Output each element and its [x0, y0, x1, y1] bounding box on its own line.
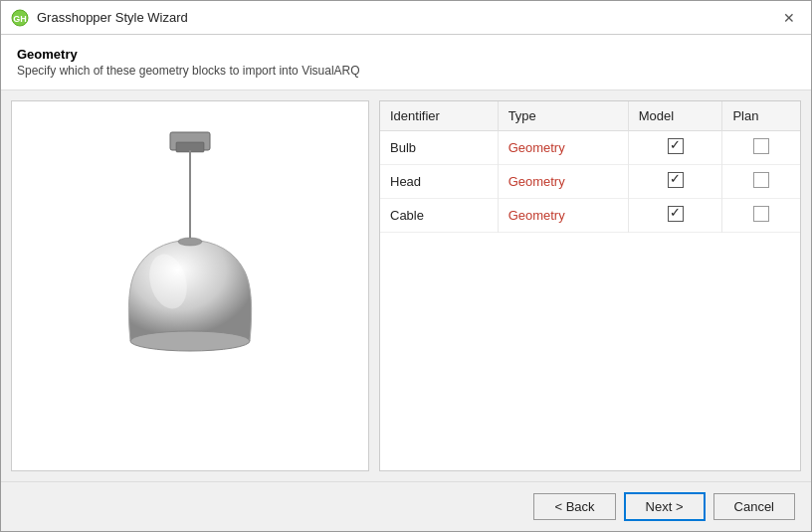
main-content: Identifier Type Model Plan BulbGeometryH… — [1, 90, 811, 481]
model-checkbox[interactable] — [668, 138, 684, 154]
cancel-button[interactable]: Cancel — [713, 493, 795, 520]
header-section: Geometry Specify which of these geometry… — [1, 35, 811, 90]
col-identifier: Identifier — [380, 101, 498, 131]
next-button[interactable]: Next > — [624, 492, 706, 521]
geometry-table: Identifier Type Model Plan BulbGeometryH… — [380, 101, 800, 233]
model-checkbox[interactable] — [668, 206, 684, 222]
table-row: CableGeometry — [380, 199, 800, 233]
cell-plan[interactable] — [722, 199, 800, 233]
cell-type: Geometry — [498, 131, 628, 165]
table-row: BulbGeometry — [380, 131, 800, 165]
cell-identifier: Bulb — [380, 131, 498, 165]
main-window: GH Grasshopper Style Wizard ✕ Geometry S… — [0, 0, 812, 532]
svg-text:GH: GH — [13, 14, 27, 24]
plan-checkbox[interactable] — [753, 172, 769, 188]
svg-point-6 — [178, 238, 202, 246]
title-bar-left: GH Grasshopper Style Wizard — [11, 9, 188, 27]
cell-type: Geometry — [498, 165, 628, 199]
plan-checkbox[interactable] — [753, 138, 769, 154]
table-panel: Identifier Type Model Plan BulbGeometryH… — [379, 100, 801, 471]
cell-model[interactable] — [628, 165, 722, 199]
back-button[interactable]: < Back — [533, 493, 615, 520]
col-plan: Plan — [722, 101, 800, 131]
table-row: HeadGeometry — [380, 165, 800, 199]
plan-checkbox[interactable] — [753, 206, 769, 222]
title-bar: GH Grasshopper Style Wizard ✕ — [1, 1, 811, 35]
cell-model[interactable] — [628, 131, 722, 165]
cell-plan[interactable] — [722, 131, 800, 165]
cell-identifier: Cable — [380, 199, 498, 233]
col-model: Model — [628, 101, 722, 131]
footer: < Back Next > Cancel — [1, 481, 811, 531]
preview-panel — [11, 100, 369, 471]
app-icon: GH — [11, 9, 29, 27]
cell-type: Geometry — [498, 199, 628, 233]
lamp-preview — [81, 112, 300, 460]
cell-identifier: Head — [380, 165, 498, 199]
col-type: Type — [498, 101, 628, 131]
close-button[interactable]: ✕ — [777, 8, 801, 28]
model-checkbox[interactable] — [668, 172, 684, 188]
svg-point-5 — [130, 331, 250, 351]
window-title: Grasshopper Style Wizard — [37, 10, 188, 25]
header-title: Geometry — [17, 47, 795, 62]
table-header-row: Identifier Type Model Plan — [380, 101, 800, 131]
cell-plan[interactable] — [722, 165, 800, 199]
cell-model[interactable] — [628, 199, 722, 233]
header-subtitle: Specify which of these geometry blocks t… — [17, 64, 795, 78]
